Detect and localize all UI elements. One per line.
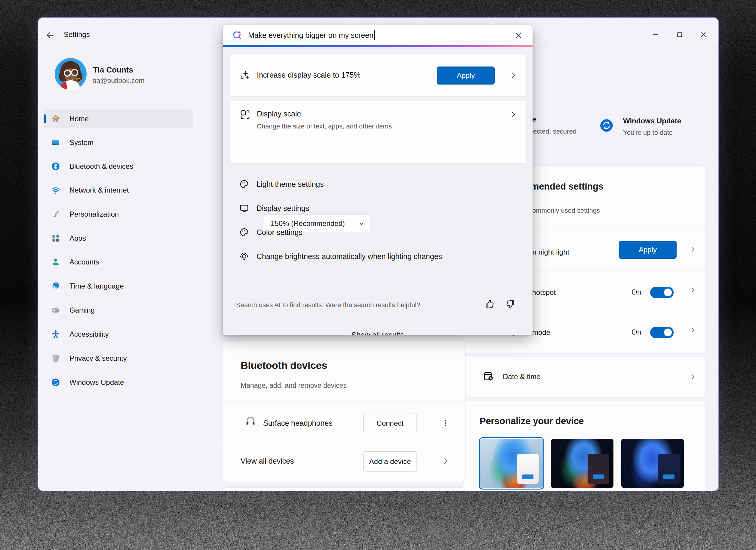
thumbs-up-icon[interactable] [484,299,495,310]
chevron-right-icon[interactable] [509,111,517,118]
sidebar-item-apps[interactable]: Apps [43,229,193,248]
account-name: Tia Counts [93,65,133,74]
mobile-hotspot-toggle[interactable] [650,287,674,298]
sidebar-item-home[interactable]: Home [43,109,193,128]
bluetooth-card-subtitle: Manage, add, and remove devices [241,382,347,390]
sidebar-item-bluetooth-devices[interactable]: Bluetooth & devices [43,157,193,176]
link-display-settings[interactable]: Display settings [223,198,533,219]
bluetooth-icon [51,161,60,171]
account-email: tia@outlook.com [93,77,145,84]
chevron-right-icon[interactable] [442,457,450,465]
sidebar-item-label: Accessibility [69,330,109,339]
chevron-right-icon[interactable] [689,246,696,253]
airplane-mode-state: On [626,328,641,337]
sidebar-item-time-language[interactable]: Time & language [43,277,193,296]
ai-search-icon [232,30,243,41]
bluetooth-card-title: Bluetooth devices [241,359,327,372]
next-section-card [223,487,466,491]
theme-thumbnail-dark[interactable] [551,439,613,488]
toggle-knob [664,289,672,297]
add-device-button[interactable]: Add a device [363,451,417,472]
apps-icon [51,233,60,243]
night-light-apply-button[interactable]: Apply [619,241,677,259]
accessibility-person-icon [51,330,60,339]
back-button[interactable] [44,29,57,41]
monitor-icon [239,203,249,213]
update-icon [51,378,60,387]
chevron-right-icon[interactable] [689,286,696,294]
chevron-right-icon[interactable] [689,373,696,380]
mobile-hotspot-state: On [626,288,641,297]
search-input[interactable]: Make everything bigger on my screen [223,25,533,45]
display-scale-icon [240,109,250,120]
view-all-devices-label[interactable]: View all devices [241,457,294,466]
paintbrush-icon [51,209,60,219]
sidebar-item-privacy-security[interactable]: Privacy & security [43,349,193,368]
display-scale-subtitle: Change the size of text, apps, and other… [257,122,392,130]
sidebar-item-label: Privacy & security [69,354,127,363]
airplane-mode-toggle[interactable] [650,327,674,338]
thumbs-down-icon[interactable] [505,299,516,310]
sparkle-action-icon [239,69,250,81]
sidebar-item-accounts[interactable]: Accounts [43,252,193,272]
link-auto-brightness[interactable]: Change brightness automatically when lig… [223,246,533,267]
apply-button[interactable]: Apply [437,66,495,84]
preview-button [593,475,604,479]
show-all-results-button[interactable]: Show all results [223,327,533,335]
personalize-title: Personalize your device [480,416,584,427]
date-time-card[interactable] [463,357,706,397]
sidebar-item-gaming[interactable]: Gaming [43,301,193,320]
sidebar-item-system[interactable]: System [43,133,193,152]
show-all-results-label: Show all results [351,331,404,335]
link-color-settings[interactable]: Color settings [223,222,533,243]
windows-update-status-icon [599,118,614,133]
more-options-icon[interactable] [441,419,450,427]
link-label: Light theme settings [257,180,324,189]
row-divider [223,400,465,401]
brightness-icon [239,251,249,261]
shield-icon [51,354,60,363]
chevron-right-icon[interactable] [509,71,517,79]
minimize-icon [652,31,659,38]
recommended-settings-subtitle: Commonly used settings [527,207,600,214]
link-light-theme-settings[interactable]: Light theme settings [223,173,533,195]
person-icon [51,257,60,267]
windows-update-status-title: Windows Update [623,117,681,125]
preview-card [588,454,609,484]
palette-icon [239,227,249,237]
chevron-right-icon[interactable] [689,326,696,334]
action-result-card: Increase display scale to 175% Apply [229,54,527,96]
device-name: Surface headphones [263,419,333,428]
text-cursor [374,30,375,40]
connect-button[interactable]: Connect [363,413,417,433]
search-results-panel: Increase display scale to 175% Apply Dis… [223,47,533,335]
sidebar-item-label: Home [69,115,89,123]
sidebar-item-accessibility[interactable]: Accessibility [43,325,193,344]
close-button[interactable] [694,28,712,41]
maximize-button[interactable] [671,28,689,41]
minimize-button[interactable] [647,28,665,41]
maximize-icon [676,31,683,38]
link-label: Color settings [257,228,303,237]
action-result-title: Increase display scale to 175% [257,71,361,79]
headphones-icon [244,414,257,428]
preview-button [522,475,533,479]
close-icon [700,31,707,38]
theme-thumbnail-blue[interactable] [621,439,684,488]
preview-button [663,475,675,479]
sidebar-item-label: Personalization [69,210,119,218]
sidebar-item-network-internet[interactable]: Network & internet [43,180,193,200]
system-icon [51,138,60,147]
sidebar-item-windows-update[interactable]: Windows Update [43,373,193,392]
sidebar-item-label: System [69,138,94,147]
avatar [55,58,87,90]
sidebar-item-label: Apps [69,234,86,242]
sidebar-item-label: Time & language [69,282,124,291]
clear-search-icon[interactable] [514,31,523,40]
header-band-divider [537,108,706,108]
display-scale-title: Display scale [257,109,301,118]
sidebar-item-personalization[interactable]: Personalization [43,204,193,224]
windows-update-status-text: You're up to date [623,129,673,137]
gamepad-icon [51,306,60,315]
theme-thumbnail-light[interactable] [480,439,543,488]
